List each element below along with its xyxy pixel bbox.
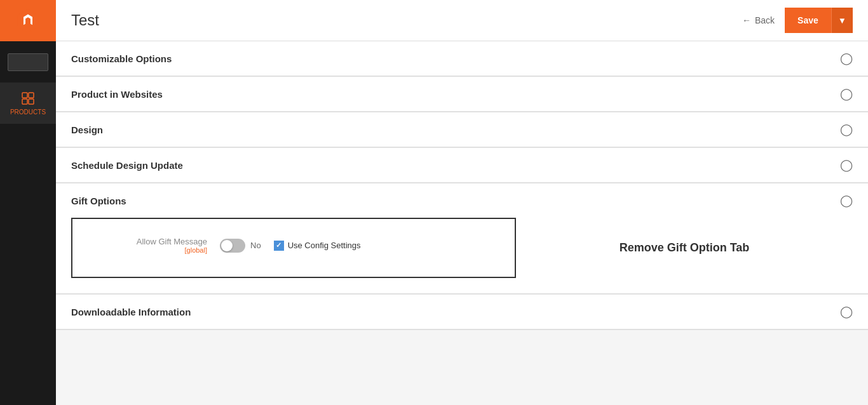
toggle-track xyxy=(220,239,245,253)
section-downloadable-information: Downloadable Information ◯ xyxy=(56,295,868,329)
section-title: Downloadable Information xyxy=(71,307,191,317)
allow-gift-message-label: Allow Gift Message [global] xyxy=(93,237,207,254)
section-title: Schedule Design Update xyxy=(71,160,183,171)
svg-rect-2 xyxy=(22,99,27,104)
magento-logo xyxy=(0,0,56,41)
toggle-thumb xyxy=(221,240,233,251)
gift-remove-area: Remove Gift Option Tab xyxy=(516,218,853,278)
page-header: Test ← Back Save ▼ xyxy=(56,0,868,41)
chevron-up-icon: ◯ xyxy=(840,195,853,206)
chevron-down-icon: ◯ xyxy=(840,124,853,135)
use-config-settings-checkbox[interactable]: ✓ Use Config Settings xyxy=(274,241,361,251)
svg-rect-3 xyxy=(29,99,34,104)
save-dropdown-button[interactable]: ▼ xyxy=(831,8,853,33)
toggle-state-label: No xyxy=(250,241,261,250)
gift-options-form: Allow Gift Message [global] No ✓ xyxy=(71,218,516,278)
section-title: Product in Websites xyxy=(71,89,163,100)
header-actions: ← Back Save ▼ xyxy=(732,8,853,33)
section-title: Gift Options xyxy=(71,196,126,206)
save-dropdown-icon: ▼ xyxy=(838,16,846,25)
main-content: Test ← Back Save ▼ Customizable Options … xyxy=(56,0,868,405)
back-button[interactable]: ← Back xyxy=(732,10,785,30)
remove-gift-option-tab-button[interactable]: Remove Gift Option Tab xyxy=(620,241,750,255)
section-product-in-websites: Product in Websites ◯ xyxy=(56,77,868,112)
sidebar-item-label: PRODUCTS xyxy=(10,109,46,116)
section-header-product-in-websites[interactable]: Product in Websites ◯ xyxy=(56,77,868,111)
section-schedule-design-update: Schedule Design Update ◯ xyxy=(56,148,868,183)
back-label: Back xyxy=(755,15,775,25)
section-header-downloadable-information[interactable]: Downloadable Information ◯ xyxy=(56,295,868,329)
section-gift-options: Gift Options ◯ Allow Gift Message [globa… xyxy=(56,183,868,294)
allow-gift-message-toggle[interactable]: No xyxy=(220,239,261,253)
scope-label: [global] xyxy=(93,246,207,254)
section-title: Design xyxy=(71,124,103,135)
content-area: Customizable Options ◯ Product in Websit… xyxy=(56,41,868,405)
gift-options-content: Allow Gift Message [global] No ✓ xyxy=(71,218,853,278)
sidebar-item-products[interactable]: PRODUCTS xyxy=(0,83,56,124)
search-box[interactable] xyxy=(8,53,48,71)
chevron-down-icon: ◯ xyxy=(840,53,853,64)
back-arrow-icon: ← xyxy=(742,15,751,25)
allow-gift-message-row: Allow Gift Message [global] No ✓ xyxy=(93,232,494,259)
section-header-design[interactable]: Design ◯ xyxy=(56,112,868,147)
section-header-customizable-options[interactable]: Customizable Options ◯ xyxy=(56,41,868,76)
chevron-down-icon: ◯ xyxy=(840,159,853,171)
sidebar-item-search[interactable] xyxy=(0,41,56,83)
page-title: Test xyxy=(71,11,99,29)
sidebar: PRODUCTS xyxy=(0,0,56,405)
section-customizable-options: Customizable Options ◯ xyxy=(56,41,868,76)
chevron-down-icon: ◯ xyxy=(840,306,853,317)
section-title: Customizable Options xyxy=(71,53,172,64)
svg-rect-1 xyxy=(29,93,34,98)
checkmark-icon: ✓ xyxy=(276,242,281,249)
chevron-down-icon: ◯ xyxy=(840,88,853,100)
section-design: Design ◯ xyxy=(56,112,868,147)
use-config-settings-label: Use Config Settings xyxy=(288,241,361,250)
svg-rect-0 xyxy=(22,93,27,98)
checkbox-box: ✓ xyxy=(274,241,284,251)
section-header-schedule-design-update[interactable]: Schedule Design Update ◯ xyxy=(56,148,868,182)
section-header-gift-options[interactable]: Gift Options ◯ xyxy=(56,183,868,218)
save-button[interactable]: Save xyxy=(785,8,831,33)
